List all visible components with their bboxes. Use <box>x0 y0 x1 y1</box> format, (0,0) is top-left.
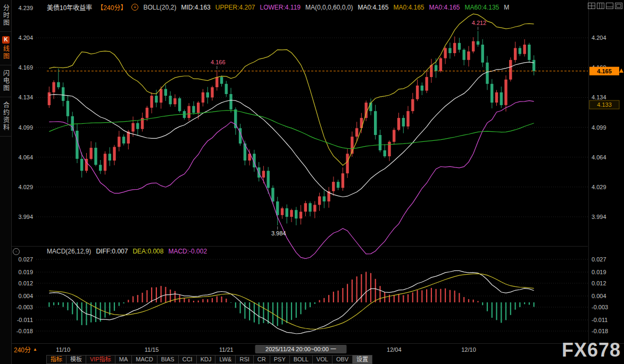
macd-histogram-bar <box>81 302 82 325</box>
candle-body <box>62 87 64 101</box>
macd-axis-label: -0.018 <box>592 328 608 334</box>
toolbar-tab-vip-indicator[interactable]: VIP指标 <box>86 355 115 364</box>
macd-histogram-bar <box>529 302 530 305</box>
macd-histogram-bar <box>328 295 329 302</box>
candle-body <box>276 201 279 215</box>
macd-axis-label: 0.004 <box>18 293 33 299</box>
macd-axis-label: -0.011 <box>592 317 608 323</box>
toolbar-tab-settings[interactable]: 设置 <box>352 355 372 364</box>
candle-body <box>406 111 409 126</box>
candle-body <box>523 45 526 54</box>
candle-body <box>453 43 456 53</box>
toolbar-tab-cr[interactable]: CR <box>253 355 270 364</box>
price-arrow-icon <box>619 69 623 73</box>
indicator-reading-1: MID:4.163 <box>181 4 210 11</box>
candle-body <box>295 210 297 218</box>
macd-histogram-bar <box>170 290 171 302</box>
sidebar-tab-contract-info[interactable]: 合约资料 <box>0 97 12 137</box>
macd-histogram-bar <box>436 289 437 302</box>
sidebar-tab-lightning[interactable]: 闪电图 <box>0 65 12 97</box>
toolbar-tab-vol[interactable]: VOL <box>312 355 332 364</box>
candle-body <box>281 208 284 215</box>
sidebar-tab-timeshare[interactable]: 分时图 <box>0 0 12 32</box>
candle-body <box>533 60 535 71</box>
candle-body <box>52 82 55 92</box>
macd-reading-0: MACD(26,12,9) <box>47 248 91 255</box>
y-axis-label: 4.099 <box>592 124 606 131</box>
indicator-menu-icon[interactable]: ◦ <box>13 248 20 255</box>
toolbar-tab-kdj[interactable]: KDJ <box>196 355 216 364</box>
price-annotation: 4.166 <box>211 59 226 65</box>
candle-body <box>323 197 326 202</box>
macd-axis-label: 0.019 <box>592 269 606 275</box>
macd-reading-1: DIFF:0.007 <box>96 248 128 255</box>
candle-body <box>211 87 213 97</box>
candle-body <box>267 171 270 188</box>
macd-axis-label: 0.012 <box>592 280 606 286</box>
macd-histogram-bar <box>226 299 227 302</box>
sidebar-tab-kline[interactable]: K线图 <box>0 32 12 65</box>
x-axis-label: 12/04 <box>387 346 402 353</box>
macd-reading-3: MACD:-0.002 <box>168 248 207 255</box>
period-label[interactable]: 【240分】 <box>97 3 127 12</box>
macd-histogram-bar <box>305 302 306 310</box>
candle-body <box>99 165 102 171</box>
toolbar-tab-indicator[interactable]: 指标 <box>46 355 66 364</box>
sidebar-tab-label: 合约资料 <box>2 101 11 131</box>
layout-columns-icon[interactable] <box>597 2 604 8</box>
candle-body <box>225 84 228 94</box>
y-axis-label: 4.204 <box>18 35 33 41</box>
candle-body <box>286 208 288 217</box>
candle-body <box>109 154 111 160</box>
candle-body <box>299 211 302 218</box>
toolbar-tab-macd[interactable]: MACD <box>131 355 157 364</box>
candle-body <box>90 148 93 159</box>
layout-quad-icon[interactable] <box>588 2 595 8</box>
toolbar-tab-bias[interactable]: BIAS <box>157 355 179 364</box>
candle-body <box>435 65 437 71</box>
layout-rows-icon[interactable] <box>606 2 613 8</box>
y-axis-label: 4.239 <box>18 5 33 11</box>
period-menu-icon[interactable]: ≡ <box>131 4 138 11</box>
candle-body <box>388 142 390 156</box>
toolbar-tab-boll[interactable]: BOLL <box>289 355 313 364</box>
sidebar-tab-label: 闪电图 <box>2 70 11 92</box>
x-axis-label: 12/10 <box>461 346 476 353</box>
candle-body <box>234 109 237 128</box>
indicator-reading-2: UPPER:4.207 <box>215 4 255 11</box>
candle-body <box>188 106 190 118</box>
toolbar-tab-cci[interactable]: CCI <box>178 355 197 364</box>
ma60-line <box>49 111 534 149</box>
macd-histogram-bar <box>482 302 483 305</box>
candle-body <box>477 41 479 45</box>
toolbar-tab-lwr[interactable]: LW& <box>215 355 236 364</box>
y-axis-label: 3.994 <box>18 214 33 220</box>
macd-histogram-bar <box>151 287 152 302</box>
toolbar-tab-ma[interactable]: MA <box>115 355 132 364</box>
macd-histogram-bar <box>333 292 334 302</box>
toolbar-tab-obv[interactable]: OBV <box>332 355 353 364</box>
candle-body <box>458 43 461 50</box>
macd-histogram-bar <box>156 287 157 302</box>
candle-body <box>393 130 395 142</box>
macd-histogram-bar <box>445 289 446 302</box>
macd-histogram-bar <box>128 300 129 302</box>
layout-single-icon[interactable] <box>615 2 622 8</box>
boll-mid-line <box>49 62 534 197</box>
macd-histogram-bar <box>291 302 292 320</box>
indicator-reading-4: MA(0,0,0,60,0,0) <box>305 4 353 11</box>
candle-body <box>57 82 60 88</box>
candle-body <box>509 60 512 80</box>
candle-body <box>192 106 195 113</box>
price-annotation: 4.212 <box>472 20 487 26</box>
toolbar-tab-template[interactable]: 模板 <box>66 355 86 364</box>
toolbar-tab-rsi[interactable]: RSI <box>235 355 253 364</box>
macd-histogram-bar <box>412 292 413 302</box>
macd-histogram-bar <box>161 286 162 302</box>
kline-badge-icon: K <box>2 36 10 44</box>
timeframe-selector[interactable]: 240分 ▲ <box>14 345 37 354</box>
toolbar-tab-psy[interactable]: PSY <box>270 355 290 364</box>
macd-histogram-bar <box>132 297 134 303</box>
candle-body <box>206 92 209 98</box>
y-axis-label: 3.994 <box>592 214 606 220</box>
